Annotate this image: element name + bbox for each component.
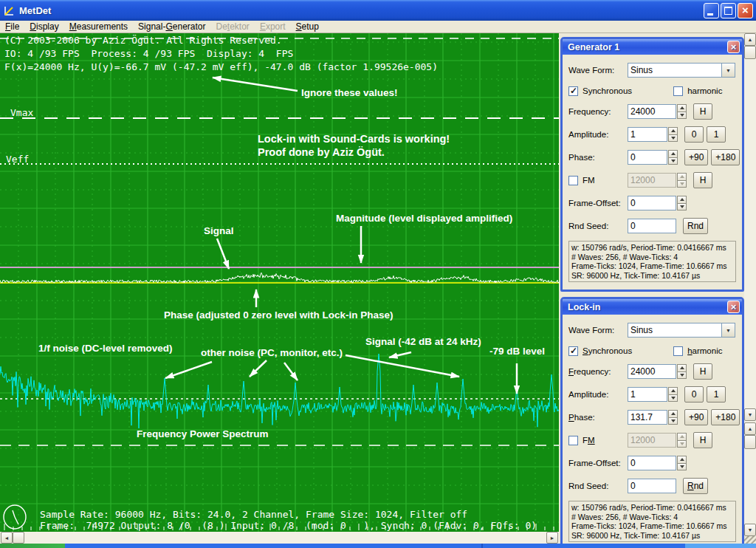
menu-signal-generator[interactable]: Signal-Generator: [133, 21, 210, 32]
lockin-amplitude-one-button[interactable]: 1: [707, 386, 726, 403]
lockin-harmonic-checkbox[interactable]: harmonic: [673, 346, 722, 356]
menu-measurements[interactable]: Measurements: [64, 21, 133, 32]
generator-amplitude-one-button[interactable]: 1: [707, 126, 726, 143]
title-bar[interactable]: MetDet: [0, 0, 756, 21]
generator-amplitude-spinner[interactable]: [668, 127, 678, 142]
spin-down-icon[interactable]: [677, 372, 687, 380]
spin-down-icon[interactable]: [668, 135, 678, 143]
spin-up-icon[interactable]: [668, 410, 678, 418]
generator-frame-offset-input[interactable]: [628, 196, 676, 210]
generator-rnd-button[interactable]: Rnd: [683, 218, 708, 234]
hscrollbar-thumb[interactable]: [13, 532, 24, 544]
vertical-scrollbar[interactable]: [744, 33, 756, 544]
spin-up-icon[interactable]: [668, 387, 678, 395]
generator-harmonic-checkbox[interactable]: harmonic: [673, 86, 722, 96]
spin-up-icon[interactable]: [677, 364, 687, 372]
start-button-sliver[interactable]: [0, 544, 65, 548]
lockin-fm-spinner: [677, 433, 687, 448]
lockin-amplitude-spinner[interactable]: [668, 387, 678, 402]
lockin-phase-input[interactable]: [628, 410, 667, 425]
scroll-up-button[interactable]: [744, 33, 756, 46]
lockin-close-button[interactable]: [727, 301, 740, 313]
lockin-waveform-select[interactable]: Sinus: [628, 323, 735, 338]
window-title: MetDet: [19, 5, 51, 16]
lockin-frequency-input[interactable]: [628, 364, 676, 379]
generator-frame-offset-spinner[interactable]: [677, 196, 687, 210]
scroll-right-button[interactable]: [546, 532, 558, 544]
checkbox-icon[interactable]: [568, 86, 578, 96]
generator-frequency-input[interactable]: [628, 104, 676, 119]
generator-close-button[interactable]: [727, 41, 740, 53]
scrollbar-thumb[interactable]: [744, 46, 756, 59]
spin-down-icon[interactable]: [668, 418, 678, 425]
generator-rnd-seed-input[interactable]: [628, 219, 676, 233]
lockin-fm-checkbox[interactable]: [568, 436, 578, 445]
close-button[interactable]: [738, 3, 753, 18]
lockin-rnd-button[interactable]: Rnd: [683, 478, 708, 494]
resize-grip[interactable]: [744, 536, 756, 544]
taskbar-window-button[interactable]: [685, 544, 756, 548]
oscilloscope-display: (C) 2003-2006 by Aziz Ögüt. All Rights R…: [0, 33, 559, 532]
generator-amplitude-zero-button[interactable]: 0: [684, 126, 704, 143]
lockin-frequency-h-button[interactable]: H: [693, 363, 712, 380]
menu-detektor[interactable]: Detektor: [211, 21, 255, 32]
lockin-frame-offset-input[interactable]: [628, 456, 676, 470]
generator-phase-spinner[interactable]: [668, 150, 678, 165]
minimize-button[interactable]: [704, 3, 719, 18]
status-line-1: Sample Rate: 96000 Hz, Bits: 24.0, 2 Cha…: [40, 509, 467, 520]
checkbox-icon[interactable]: [673, 346, 683, 356]
taskbar[interactable]: [0, 544, 756, 548]
generator-waveform-select[interactable]: Sinus: [628, 63, 735, 78]
lockin-fm-h-button[interactable]: H: [693, 432, 712, 448]
scroll-down-button-2[interactable]: [744, 524, 756, 536]
generator-amplitude-input[interactable]: [628, 127, 667, 142]
generator-frequency-spinner[interactable]: [677, 104, 687, 119]
lockin-phase-180-button[interactable]: +180: [711, 409, 740, 425]
generator-phase-90-button[interactable]: +90: [684, 149, 708, 165]
menu-setup[interactable]: Setup: [291, 21, 324, 32]
scroll-left-button[interactable]: [1, 532, 13, 544]
checkbox-icon[interactable]: [568, 346, 578, 356]
menu-file[interactable]: File: [0, 21, 24, 32]
generator-phase-180-button[interactable]: +180: [711, 149, 740, 165]
chevron-down-icon[interactable]: [721, 64, 735, 77]
spin-down-icon[interactable]: [677, 464, 687, 471]
checkbox-icon[interactable]: [673, 86, 683, 96]
scroll-down-button[interactable]: [744, 408, 756, 421]
lockin-amplitude-zero-button[interactable]: 0: [684, 386, 704, 403]
scrollbar-thumb-2[interactable]: [744, 435, 756, 449]
generator-phase-input[interactable]: [628, 150, 667, 165]
menu-bar: File Display Measurements Signal-Generat…: [0, 21, 756, 33]
spin-down-icon[interactable]: [677, 204, 687, 211]
generator-fm-h-button[interactable]: H: [693, 172, 712, 188]
spin-up-icon[interactable]: [668, 127, 678, 135]
spin-down-icon[interactable]: [668, 395, 678, 403]
lockin-frame-offset-spinner[interactable]: [677, 456, 687, 470]
info-line: # Waves: 256, # Wave-Ticks: 4: [571, 513, 733, 522]
lockin-synchronous-checkbox[interactable]: Synchronous: [568, 346, 632, 356]
menu-export[interactable]: Export: [255, 21, 291, 32]
lockin-phase-spinner[interactable]: [668, 410, 678, 425]
generator-frequency-h-button[interactable]: H: [693, 103, 712, 120]
lockin-phase-90-button[interactable]: +90: [684, 409, 708, 425]
generator-title-bar[interactable]: Generator 1: [563, 39, 742, 55]
generator-waveform-value: Sinus: [628, 65, 721, 75]
maximize-button[interactable]: [721, 3, 736, 18]
horizontal-scrollbar[interactable]: [0, 532, 559, 544]
menu-display[interactable]: Display: [24, 21, 63, 32]
lockin-frequency-spinner[interactable]: [677, 364, 687, 379]
chevron-down-icon[interactable]: [721, 323, 735, 337]
spin-up-icon[interactable]: [677, 196, 687, 204]
lockin-title-bar[interactable]: Lock-in: [563, 299, 742, 315]
lockin-amplitude-input[interactable]: [628, 387, 667, 402]
generator-rnd-seed-label: Rnd Seed:: [568, 222, 628, 230]
spin-up-icon[interactable]: [677, 104, 687, 112]
spin-down-icon[interactable]: [668, 158, 678, 165]
generator-synchronous-checkbox[interactable]: Synchronous: [568, 86, 632, 96]
spin-up-icon[interactable]: [668, 150, 678, 158]
generator-fm-checkbox[interactable]: [568, 176, 578, 185]
spin-down-icon[interactable]: [677, 112, 687, 120]
lockin-rnd-seed-input[interactable]: [628, 479, 676, 493]
scroll-up-button-2[interactable]: [744, 422, 756, 435]
spin-up-icon[interactable]: [677, 456, 687, 464]
